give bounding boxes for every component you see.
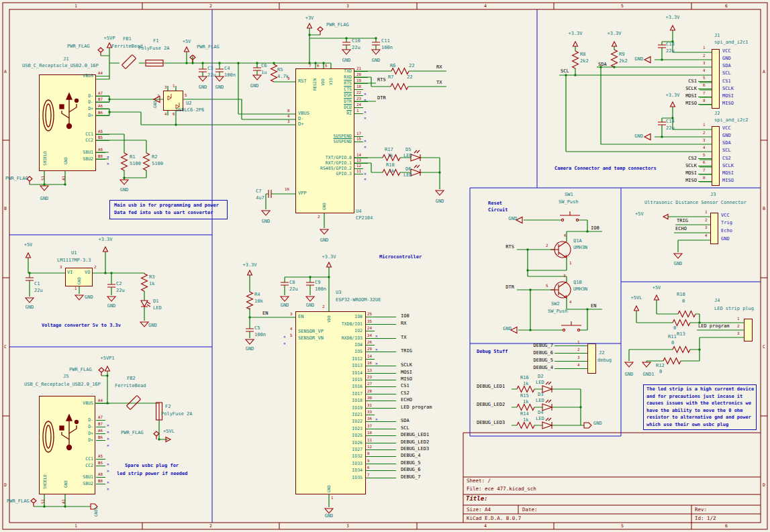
- wire-stub: [96, 152, 105, 153]
- ref-label: C8: [289, 280, 295, 285]
- gnd-label: GND: [436, 199, 444, 204]
- pin-row: D+ A6: [40, 106, 114, 113]
- no-connect-icon: [364, 172, 367, 182]
- net-label: DTR: [506, 285, 514, 290]
- wire-stub: [366, 429, 396, 429]
- net-label: SCLK: [671, 87, 697, 91]
- ref-label: R11: [668, 335, 677, 339]
- esp32-right-pins: IO0 25 IO0 TXD0/IO1 35 RX IO2 24 RXD0/IO…: [301, 314, 455, 482]
- pin-row: 3 SDA: [671, 141, 770, 148]
- pin-number: 9: [367, 460, 370, 464]
- note-text: resistor to alternative gnd and power: [646, 415, 751, 420]
- value-label: PolyFuse 2A: [138, 46, 169, 51]
- frame-row: D: [763, 483, 765, 488]
- pin-number: 7: [367, 474, 370, 478]
- ref-label: R5: [277, 68, 283, 72]
- usb5-cc-pins: CC1 A5 CC2 B5: [40, 456, 114, 470]
- pin-name: D+: [40, 107, 93, 111]
- pin-name: IO32: [301, 454, 363, 459]
- date-field: Date:: [522, 507, 538, 513]
- net-label: SCL: [561, 69, 569, 74]
- pin-row: DSR 22: [289, 93, 383, 99]
- net-label: DEBUG_6: [524, 351, 553, 356]
- wire-stub: [354, 174, 363, 174]
- usb5-data-pins: D- A7 D- B7 D+ A6 D+ B6: [40, 417, 114, 444]
- wire-stub: [366, 317, 396, 317]
- pin-name: DCD: [289, 105, 352, 110]
- wire-stub: [354, 83, 368, 84]
- net-label: MOSI: [401, 370, 412, 375]
- frame-col: 1: [75, 524, 77, 529]
- wire-stub: [96, 403, 109, 404]
- cp2104-suspend-pins: SUSPEND 17 SUSPEND 15: [289, 134, 383, 145]
- gnd-label: GND: [250, 84, 259, 89]
- pin-name: Echo: [721, 229, 732, 233]
- pin-name: GND: [64, 480, 68, 488]
- pin-row: IO34 6 DEBUG_6: [301, 468, 455, 474]
- pin-name: IO12: [301, 357, 363, 362]
- pin-row: TXT/GPIO.0 14: [289, 155, 383, 160]
- pin-row: SUSPEND 15: [289, 139, 383, 145]
- wire-stub: [96, 140, 109, 141]
- pin-number: 2: [703, 54, 706, 58]
- pin-number: 2: [703, 131, 706, 136]
- wire-stub: [698, 104, 712, 105]
- pin-number: 22: [356, 91, 361, 95]
- pin-row: TXD 21: [289, 68, 383, 74]
- net-label: SDA: [401, 419, 410, 423]
- ref-label: R12: [656, 364, 665, 368]
- usb5-vbus-pin: VBUS A4: [40, 401, 114, 407]
- wire-stub: [698, 81, 712, 82]
- gnd-label: GND: [593, 421, 602, 426]
- ref-label: R2: [152, 155, 157, 160]
- note-text: Microcontroller: [379, 255, 422, 260]
- value-label: USB_C_Receptacle_USB2.0_16P: [24, 382, 101, 387]
- note-text: Main usb in for programming and power: [114, 203, 219, 208]
- pin-number: 5: [290, 334, 293, 338]
- wire-stub: [366, 415, 375, 415]
- ref-label: J2: [599, 351, 604, 356]
- pin-name: VCC: [722, 126, 731, 131]
- pin-name: VCC: [721, 213, 730, 218]
- title-field: Title:: [466, 496, 488, 502]
- wire-stub: [366, 352, 396, 352]
- wire-stub: [354, 89, 363, 90]
- ref-label: C6: [261, 64, 267, 68]
- net-label: DEBUG_7: [401, 475, 421, 480]
- pin-name: EN: [298, 315, 303, 319]
- pin-number: B6: [98, 111, 103, 115]
- net-label: MISO: [671, 178, 697, 183]
- value-label: SW_Push: [548, 309, 568, 314]
- gnd-label: GND: [107, 304, 116, 309]
- pin-number: 4: [703, 69, 706, 73]
- pwr-flag-label: PWR_FLAG: [5, 176, 28, 181]
- pin-name: IO19: [301, 406, 363, 411]
- wire-stub: [366, 443, 396, 443]
- pin-number: A6: [98, 429, 103, 433]
- note-text: which use their own usbc plug: [646, 423, 728, 427]
- pin-name: D-: [298, 117, 303, 121]
- ref-label: Q1A: [573, 239, 582, 244]
- ref-label: D6: [405, 167, 411, 172]
- wire-stub: [96, 459, 105, 460]
- pin-name: VBUS: [298, 111, 309, 116]
- wire-stub: [698, 97, 712, 97]
- pin-name: SHIELD: [43, 151, 47, 166]
- value-label: UMH3N: [573, 287, 587, 292]
- power-label: +5V: [183, 40, 191, 44]
- pin-number: 8: [287, 109, 290, 113]
- wire-stub: [96, 96, 109, 97]
- power-label: +5VL: [631, 296, 642, 301]
- pin-name: GND: [327, 485, 331, 492]
- net-label: DEBUG_LED2: [401, 440, 429, 445]
- frame-col: 2: [209, 4, 212, 9]
- pin-name: MISO: [722, 178, 734, 183]
- value-label: FerriteBead: [115, 384, 146, 388]
- pin-name: SCL: [722, 148, 731, 153]
- frame-row: B: [4, 207, 7, 211]
- pin-row: D+ B6: [40, 113, 114, 119]
- frame-row: B: [763, 207, 765, 211]
- pin-row: D- B7: [40, 99, 114, 106]
- pin-number: 7: [703, 169, 706, 173]
- power-label: +5VP1: [100, 356, 114, 361]
